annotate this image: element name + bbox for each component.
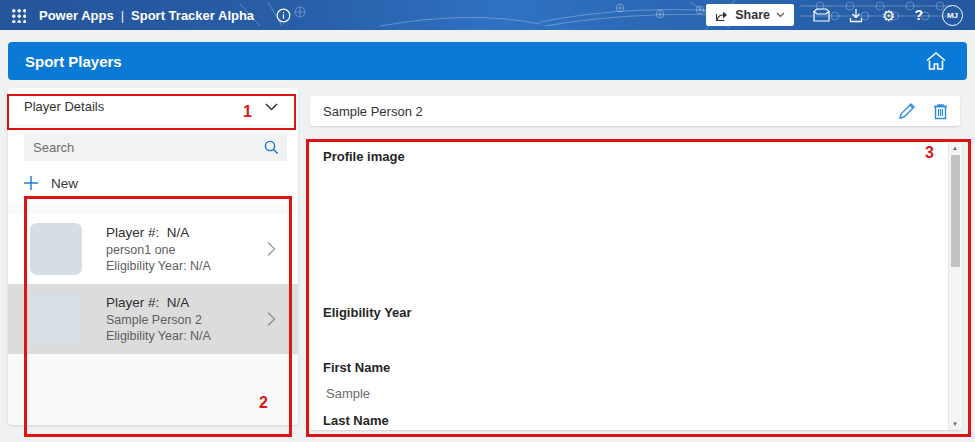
player-thumbnail xyxy=(30,293,82,345)
view-selector[interactable]: Player Details xyxy=(8,88,298,126)
view-selector-label: Player Details xyxy=(24,99,104,114)
title-separator: | xyxy=(121,8,124,23)
home-icon[interactable] xyxy=(925,51,947,71)
player-number: Player #: N/A xyxy=(106,224,267,242)
plus-icon xyxy=(23,175,39,191)
scrollbar-thumb[interactable] xyxy=(951,155,960,267)
player-eligibility: Eligibility Year: N/A xyxy=(106,328,267,344)
page-title: Sport Players xyxy=(25,53,122,70)
search-box[interactable] xyxy=(24,134,287,161)
new-label: New xyxy=(51,176,78,191)
scroll-down-icon[interactable]: ▼ xyxy=(949,417,961,430)
screen-title-bar: Sport Players xyxy=(8,42,967,80)
player-summary: Player #: N/A Sample Person 2 Eligibilit… xyxy=(106,294,267,344)
player-name: person1 one xyxy=(106,242,267,258)
player-thumbnail xyxy=(30,223,82,275)
last-name-label: Last Name xyxy=(323,413,389,428)
list-item-person1[interactable]: Player #: N/A person1 one Eligibility Ye… xyxy=(8,214,298,284)
search-area xyxy=(8,126,298,169)
player-list: Player #: N/A person1 one Eligibility Ye… xyxy=(8,214,298,354)
detail-header: Sample Person 2 xyxy=(310,96,960,126)
player-number: Player #: N/A xyxy=(106,294,267,312)
player-name: Sample Person 2 xyxy=(106,312,267,328)
chevron-down-icon xyxy=(776,12,785,18)
edit-pencil-icon[interactable] xyxy=(898,103,915,120)
app-name: Power Apps xyxy=(39,8,114,23)
player-summary: Player #: N/A person1 one Eligibility Ye… xyxy=(106,224,267,274)
eligibility-year-label: Eligibility Year xyxy=(323,305,412,320)
chevron-down-icon[interactable] xyxy=(265,103,278,111)
list-item-sample-person-2[interactable]: Player #: N/A Sample Person 2 Eligibilit… xyxy=(8,284,298,354)
waffle-icon[interactable] xyxy=(11,8,26,23)
scroll-up-icon[interactable]: ▲ xyxy=(949,141,961,154)
info-icon[interactable] xyxy=(276,8,291,23)
first-name-value: Sample xyxy=(326,386,370,401)
search-icon[interactable] xyxy=(264,140,279,155)
profile-image-label: Profile image xyxy=(323,149,405,164)
help-icon[interactable]: ? xyxy=(914,7,923,23)
topbar-actions: Share ⚙ ? MJ xyxy=(706,4,975,26)
search-input[interactable] xyxy=(33,140,264,155)
vertical-scrollbar[interactable]: ▲ ▼ xyxy=(948,141,961,430)
app-title-group: Power Apps | Sport Tracker Alpha xyxy=(39,8,254,23)
share-label: Share xyxy=(735,8,770,22)
chevron-right-icon xyxy=(267,241,284,257)
new-record-button[interactable]: New xyxy=(8,169,298,203)
gear-icon[interactable]: ⚙ xyxy=(882,8,895,23)
detail-form-panel: Profile image Eligibility Year First Nam… xyxy=(310,141,962,430)
frame-icon[interactable] xyxy=(813,8,830,22)
first-name-label: First Name xyxy=(323,360,390,375)
environment-name: Sport Tracker Alpha xyxy=(131,8,254,23)
delete-trash-icon[interactable] xyxy=(933,103,948,120)
detail-title: Sample Person 2 xyxy=(323,104,423,119)
player-list-panel: Player Details New Player #: N/A person1… xyxy=(8,88,298,425)
share-icon xyxy=(715,9,729,22)
download-icon[interactable] xyxy=(849,8,863,23)
share-button[interactable]: Share xyxy=(706,4,794,26)
avatar[interactable]: MJ xyxy=(942,5,963,26)
app-top-bar: Power Apps | Sport Tracker Alpha Share ⚙… xyxy=(0,0,975,30)
detail-actions xyxy=(898,103,948,120)
player-eligibility: Eligibility Year: N/A xyxy=(106,258,267,274)
chevron-right-icon xyxy=(267,311,284,327)
